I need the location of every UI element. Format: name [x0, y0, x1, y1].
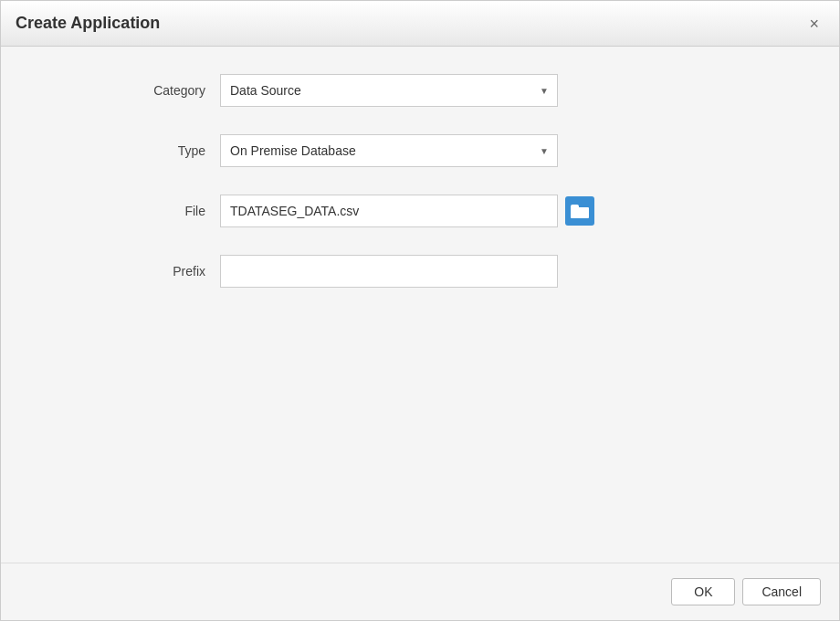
category-select[interactable]: Data Source Other [220, 74, 558, 107]
type-row: Type On Premise Database Cloud Database [37, 134, 803, 167]
dialog-title: Create Application [16, 14, 160, 33]
ok-button[interactable]: OK [671, 578, 735, 605]
category-select-wrapper: Data Source Other [220, 74, 558, 107]
dialog-footer: OK Cancel [1, 563, 839, 620]
file-control-wrap [220, 195, 594, 227]
prefix-input[interactable] [220, 255, 558, 288]
prefix-label: Prefix [37, 264, 220, 279]
dialog-body: Category Data Source Other Type On Premi… [1, 47, 839, 563]
type-label: Type [37, 143, 220, 158]
type-select-wrapper: On Premise Database Cloud Database [220, 134, 558, 167]
cancel-button[interactable]: Cancel [742, 578, 821, 605]
prefix-row: Prefix [37, 255, 803, 288]
folder-browse-button[interactable] [565, 196, 594, 226]
close-button[interactable]: × [803, 14, 824, 34]
category-row: Category Data Source Other [37, 74, 803, 107]
category-label: Category [37, 83, 220, 98]
create-application-dialog: Create Application × Category Data Sourc… [0, 0, 840, 621]
prefix-control-wrap [220, 255, 558, 288]
file-row: File [37, 195, 803, 227]
type-select[interactable]: On Premise Database Cloud Database [220, 134, 558, 167]
folder-icon [571, 205, 589, 218]
category-control-wrap: Data Source Other [220, 74, 558, 107]
dialog-header: Create Application × [1, 1, 839, 47]
type-control-wrap: On Premise Database Cloud Database [220, 134, 558, 167]
file-label: File [37, 204, 220, 218]
file-input[interactable] [220, 195, 558, 227]
